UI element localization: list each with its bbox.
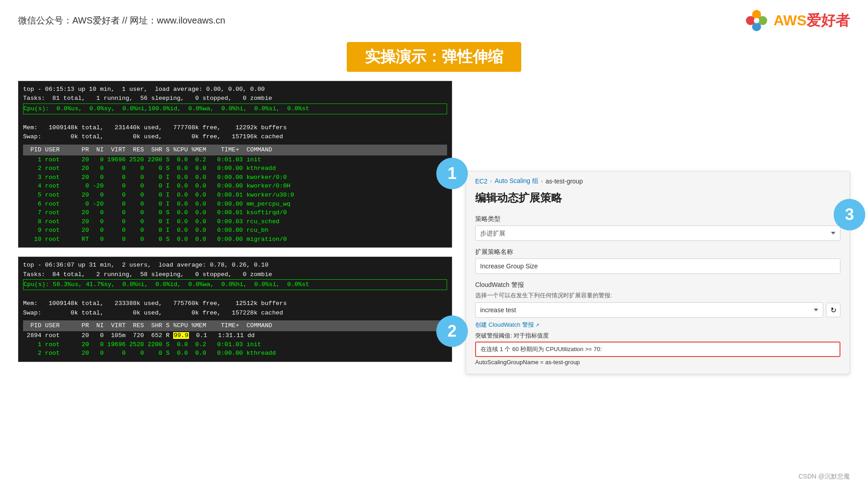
main-content: top - 06:15:13 up 10 min, 1 user, load a… <box>0 81 868 374</box>
terminal2-rows: 2894 root 20 0 105m 720 652 R 99.9 0.1 1… <box>23 331 447 358</box>
terminal1-row-3: 4 root 0 -20 0 0 0 I 0.0 0.0 0:00.00 kwo… <box>23 182 447 191</box>
terminal1-row-6: 7 root 20 0 0 0 0 S 0.0 0.0 0:00.01 ksof… <box>23 208 447 217</box>
breadcrumb-sep2: › <box>541 178 543 184</box>
svg-point-4 <box>754 18 760 23</box>
create-alarm-row: 创建 CloudWatch 警报 ↗ <box>475 320 840 329</box>
terminal1-row-4: 5 root 20 0 0 0 0 I 0.0 0.0 0:00.01 kwor… <box>23 191 447 200</box>
svg-point-2 <box>746 16 755 25</box>
strategy-type-section: 策略类型 步进扩展 <box>466 212 849 245</box>
t1-line1: top - 06:15:13 up 10 min, 1 user, load a… <box>23 86 265 93</box>
panel-title: 编辑动态扩展策略 <box>466 188 849 212</box>
terminal2-row-2: 2 root 20 0 0 0 0 S 0.0 0.0 0:00.00 kthr… <box>23 349 447 358</box>
cloudwatch-row: increase test ↻ <box>475 302 840 318</box>
terminal2: top - 06:36:07 up 31 min, 2 users, load … <box>18 257 452 361</box>
alert-box: 在连续 1 个 60 秒期间为 CPUUtilization >= 70: <box>475 342 840 357</box>
t1-line3: Cpu(s): 0.0%us, 0.0%sy, 0.0%ni,100.0%id,… <box>23 103 447 114</box>
aws-logo-icon <box>744 8 769 33</box>
alarm-autoscaling: AutoScalingGroupName = as-test-group <box>475 359 840 369</box>
badge-3: 3 <box>834 199 865 230</box>
t2-line3: Cpu(s): 58.3%us, 41.7%sy, 0.0%ni, 0.0%id… <box>23 279 447 290</box>
terminal1-row-8: 9 root 20 0 0 0 0 I 0.0 0.0 0:00.00 rcu_… <box>23 226 447 235</box>
right-panel: 3 EC2 › Auto Scaling 组 › as-test-group 编… <box>466 81 850 374</box>
terminal1-text: top - 06:15:13 up 10 min, 1 user, load a… <box>23 85 447 155</box>
header-wechat-text: 微信公众号：AWS爱好者 // 网址：www.iloveaws.cn <box>18 14 225 27</box>
breadcrumb-ec2[interactable]: EC2 <box>475 178 487 185</box>
t1-table-header: PID USER PR NI VIRT RES SHR S %CPU %MEM … <box>23 145 447 155</box>
header: 微信公众号：AWS爱好者 // 网址：www.iloveaws.cn AWS爱好… <box>0 0 868 38</box>
badge-2: 2 <box>436 315 468 347</box>
strategy-name-label: 扩展策略名称 <box>475 248 840 256</box>
footer-text: CSDN @沉默悲魔 <box>798 473 850 480</box>
footer: CSDN @沉默悲魔 <box>798 473 850 481</box>
terminal2-wrapper: top - 06:36:07 up 31 min, 2 users, load … <box>18 257 452 361</box>
logo-area: AWS爱好者 <box>744 8 850 33</box>
title-banner: 实操演示：弹性伸缩 <box>0 42 868 72</box>
terminal1-row-0: 1 root 20 0 19696 2520 2200 S 0.0 0.2 0:… <box>23 155 447 164</box>
terminal1-rows: 1 root 20 0 19696 2520 2200 S 0.0 0.2 0:… <box>23 155 447 244</box>
terminal1: top - 06:15:13 up 10 min, 1 user, load a… <box>18 81 452 248</box>
breadcrumb-sep1: › <box>490 178 492 184</box>
terminal1-wrapper: top - 06:15:13 up 10 min, 1 user, load a… <box>18 81 452 248</box>
refresh-button[interactable]: ↻ <box>826 303 840 317</box>
create-alarm-link[interactable]: 创建 CloudWatch 警报 ↗ <box>475 321 539 328</box>
strategy-type-select[interactable]: 步进扩展 <box>475 225 840 241</box>
terminal2-row-0: 2894 root 20 0 105m 720 652 R 99.9 0.1 1… <box>23 331 447 340</box>
cloudwatch-sub-label: 选择一个可以在发生下列任何情况时扩展容量的警报: <box>475 291 840 300</box>
aws-console-panel: 3 EC2 › Auto Scaling 组 › as-test-group 编… <box>466 171 850 374</box>
cloudwatch-section: CloudWatch 警报 选择一个可以在发生下列任何情况时扩展容量的警报: i… <box>466 278 849 374</box>
breadcrumb-group: as-test-group <box>546 178 583 185</box>
terminal1-row-1: 2 root 20 0 0 0 0 S 0.0 0.0 0:00.00 kthr… <box>23 164 447 173</box>
page-title: 实操演示：弹性伸缩 <box>347 42 521 72</box>
terminals-area: top - 06:15:13 up 10 min, 1 user, load a… <box>18 81 452 374</box>
alarm-condition-label: 突破警报阈值: 对于指标值度 <box>475 332 549 339</box>
alert-text: 在连续 1 个 60 秒期间为 CPUUtilization >= 70: <box>481 346 602 352</box>
external-link-icon: ↗ <box>535 322 539 328</box>
t2-line1: top - 06:36:07 up 31 min, 2 users, load … <box>23 262 269 268</box>
strategy-name-section: 扩展策略名称 <box>466 245 849 278</box>
cloudwatch-label: CloudWatch 警报 <box>475 281 840 289</box>
t2-line4: Mem: 1009148k total, 233388k used, 77576… <box>23 300 287 307</box>
t1-line4: Mem: 1009148k total, 231440k used, 77770… <box>23 124 287 131</box>
t2-line5: Swap: 0k total, 0k used, 0k free, 157228… <box>23 310 283 316</box>
svg-point-3 <box>758 16 767 25</box>
strategy-type-label: 策略类型 <box>475 215 840 223</box>
t1-line2: Tasks: 81 total, 1 running, 56 sleeping,… <box>23 95 272 102</box>
t2-line2: Tasks: 84 total, 2 running, 58 sleeping,… <box>23 271 272 278</box>
breadcrumb-autoscaling[interactable]: Auto Scaling 组 <box>495 177 538 185</box>
t1-line5: Swap: 0k total, 0k used, 0k free, 157196… <box>23 133 283 140</box>
terminal1-row-9: 10 root RT 0 0 0 0 S 0.0 0.0 0:00.00 mig… <box>23 235 447 244</box>
terminal1-row-2: 3 root 20 0 0 0 0 I 0.0 0.0 0:00.00 kwor… <box>23 173 447 182</box>
terminal2-text: top - 06:36:07 up 31 min, 2 users, load … <box>23 261 447 331</box>
alarm-threshold-label: 突破警报阈值: 对于指标值度 在连续 1 个 60 秒期间为 CPUUtiliz… <box>475 332 840 357</box>
cloudwatch-select[interactable]: increase test <box>475 302 823 318</box>
badge-1: 1 <box>436 158 468 189</box>
terminal1-row-7: 8 root 20 0 0 0 0 I 0.0 0.0 0:00.03 rcu_… <box>23 217 447 226</box>
terminal2-row-1: 1 root 20 0 19696 2520 2200 S 0.0 0.2 0:… <box>23 340 447 349</box>
t2-table-header: PID USER PR NI VIRT RES SHR S %CPU %MEM … <box>23 320 447 331</box>
logo-text: AWS爱好者 <box>774 11 850 31</box>
strategy-name-input[interactable] <box>475 258 840 274</box>
create-alarm-text: 创建 CloudWatch 警报 <box>475 321 534 328</box>
terminal1-row-5: 6 root 0 -20 0 0 0 I 0.0 0.0 0:00.00 mm_… <box>23 200 447 209</box>
breadcrumb: EC2 › Auto Scaling 组 › as-test-group <box>466 172 849 188</box>
